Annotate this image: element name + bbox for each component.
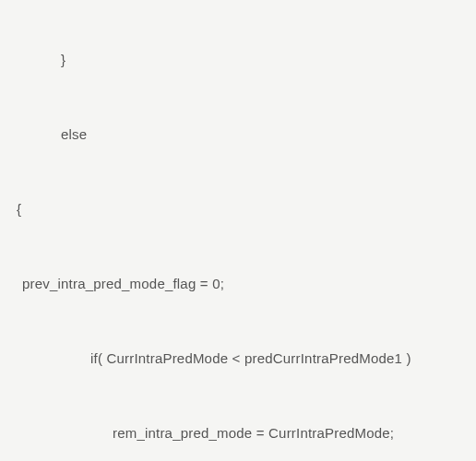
- code-line: else: [17, 124, 459, 144]
- code-line: {: [17, 199, 459, 219]
- code-line: rem_intra_pred_mode = CurrIntraPredMode;: [17, 423, 459, 443]
- code-line: }: [17, 50, 459, 69]
- code-line: if( CurrIntraPredMode < predCurrIntraPre…: [17, 349, 459, 368]
- code-line: prev_intra_pred_mode_flag = 0;: [17, 274, 459, 293]
- code-snippet: } else { prev_intra_pred_mode_flag = 0; …: [17, 11, 459, 461]
